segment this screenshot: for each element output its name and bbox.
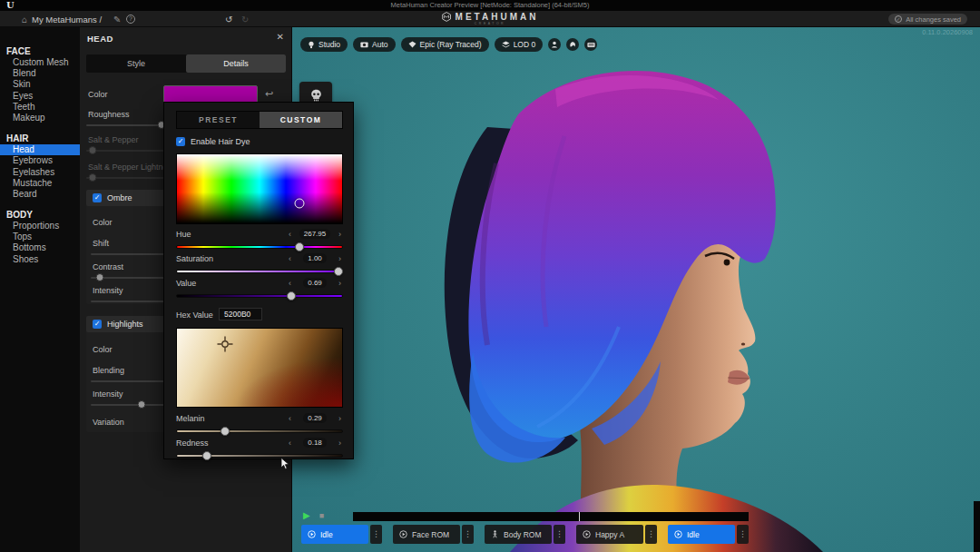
contrast-slider-handle[interactable] bbox=[96, 273, 104, 281]
sidebar-item-teeth[interactable]: Teeth bbox=[0, 102, 80, 113]
metahuman-logo-subtext: CREATOR bbox=[475, 22, 505, 25]
tab-style[interactable]: Style bbox=[86, 54, 186, 73]
sidebar-item-makeup[interactable]: Makeup bbox=[0, 113, 80, 123]
increment-icon[interactable]: › bbox=[338, 230, 341, 239]
sidebar-item-head[interactable]: Head bbox=[0, 144, 80, 155]
decrement-icon[interactable]: ‹ bbox=[289, 254, 291, 263]
melanin-spectrum[interactable] bbox=[176, 328, 343, 408]
melanin-slider[interactable] bbox=[176, 429, 343, 433]
help-button[interactable]: ? bbox=[126, 13, 135, 25]
sidebar-item-shoes[interactable]: Shoes bbox=[0, 254, 80, 265]
sidebar-item-proportions[interactable]: Proportions bbox=[0, 221, 80, 232]
value-value[interactable]: 0.69 bbox=[303, 278, 327, 288]
intensity-label: Intensity bbox=[93, 286, 123, 295]
sidebar-item-eyes[interactable]: Eyes bbox=[0, 91, 80, 102]
highlights-color-label: Color bbox=[93, 345, 113, 354]
hue-saturation-spectrum[interactable] bbox=[176, 153, 343, 224]
roughness-label: Roughness bbox=[88, 110, 130, 119]
increment-icon[interactable]: › bbox=[338, 254, 341, 263]
increment-icon[interactable]: › bbox=[338, 414, 341, 423]
clip-happy-a[interactable]: Happy A bbox=[576, 525, 643, 544]
clip-idle-1[interactable]: Idle bbox=[301, 525, 368, 544]
play-circle-icon bbox=[583, 530, 591, 538]
clip-menu-button[interactable]: ⋮ bbox=[370, 525, 382, 544]
tab-custom[interactable]: CUSTOM bbox=[260, 112, 342, 128]
lighting-studio-chip[interactable]: Studio bbox=[300, 37, 348, 52]
rename-button[interactable]: ✎ bbox=[113, 13, 121, 25]
clip-menu-button[interactable]: ⋮ bbox=[462, 525, 474, 544]
sidebar-item-skin[interactable]: Skin bbox=[0, 79, 80, 90]
enable-hair-dye-checkbox[interactable]: ✓ bbox=[176, 137, 185, 146]
lod-chip[interactable]: LOD 0 bbox=[495, 37, 544, 52]
tab-preset[interactable]: PRESET bbox=[177, 112, 260, 128]
shift-label: Shift bbox=[93, 239, 109, 248]
color-label: Color bbox=[88, 90, 108, 99]
sidebar-item-beard[interactable]: Beard bbox=[0, 189, 80, 200]
increment-icon[interactable]: › bbox=[338, 279, 341, 288]
clip-face-rom[interactable]: Face ROM bbox=[393, 525, 460, 544]
save-status-label: All changes saved bbox=[906, 15, 961, 24]
sidebar-item-bottoms[interactable]: Bottoms bbox=[0, 242, 80, 253]
value-slider[interactable] bbox=[176, 294, 343, 298]
hue-slider-handle[interactable] bbox=[295, 242, 304, 251]
panel-header: HEAD ✕ bbox=[80, 27, 291, 51]
saturation-label: Saturation bbox=[176, 254, 213, 263]
increment-icon[interactable]: › bbox=[338, 439, 341, 448]
tab-details[interactable]: Details bbox=[186, 54, 286, 73]
hair-icon bbox=[569, 41, 576, 48]
clip-menu-button[interactable]: ⋮ bbox=[645, 525, 657, 544]
sidebar-item-mustache[interactable]: Mustache bbox=[0, 178, 80, 189]
sidebar-item-eyebrows[interactable]: Eyebrows bbox=[0, 155, 80, 166]
sidebar-item-custom-mesh[interactable]: Custom Mesh bbox=[0, 57, 80, 68]
spectrum-selector[interactable] bbox=[294, 198, 304, 208]
preview-mesh-button[interactable] bbox=[548, 38, 561, 51]
clip-body-rom[interactable]: Body ROM bbox=[485, 525, 552, 544]
redness-value[interactable]: 0.18 bbox=[303, 438, 327, 448]
close-icon[interactable]: ✕ bbox=[277, 32, 284, 42]
redness-slider-handle[interactable] bbox=[202, 451, 211, 460]
hue-slider[interactable] bbox=[176, 245, 343, 249]
decrement-icon[interactable]: ‹ bbox=[289, 439, 291, 448]
hue-label: Hue bbox=[176, 230, 191, 239]
sidebar-section-hair: HAIR Head Eyebrows Eyelashes Mustache Be… bbox=[0, 133, 80, 200]
ombre-checkbox[interactable]: ✓ bbox=[93, 193, 102, 202]
decrement-icon[interactable]: ‹ bbox=[289, 414, 291, 423]
groom-preview-button[interactable] bbox=[566, 38, 579, 51]
camera-auto-chip[interactable]: Auto bbox=[353, 37, 396, 52]
sidebar-item-eyelashes[interactable]: Eyelashes bbox=[0, 167, 80, 178]
breadcrumb[interactable]: ⌂ My MetaHumans / bbox=[22, 13, 102, 25]
melanin-value[interactable]: 0.29 bbox=[303, 413, 327, 423]
timeline-scrubbar[interactable] bbox=[353, 512, 749, 521]
decrement-icon[interactable]: ‹ bbox=[289, 230, 291, 239]
highlights-checkbox[interactable]: ✓ bbox=[93, 320, 102, 329]
redness-slider[interactable] bbox=[176, 454, 343, 458]
melanin-crosshair[interactable] bbox=[217, 336, 233, 352]
clip-menu-button[interactable]: ⋮ bbox=[737, 525, 749, 544]
reset-color-icon[interactable]: ↩ bbox=[265, 88, 273, 100]
saturation-slider-handle[interactable] bbox=[334, 267, 343, 276]
saturation-value[interactable]: 1.00 bbox=[303, 253, 327, 263]
enable-hair-dye-row[interactable]: ✓ Enable Hair Dye bbox=[176, 137, 250, 146]
value-slider-handle[interactable] bbox=[287, 291, 296, 301]
melanin-slider-handle[interactable] bbox=[220, 427, 230, 436]
quality-chip[interactable]: Epic (Ray Traced) bbox=[401, 37, 489, 52]
metahuman-hex-icon bbox=[442, 12, 452, 22]
decrement-icon[interactable]: ‹ bbox=[289, 279, 291, 288]
contrast-label: Contrast bbox=[93, 262, 123, 271]
saturation-slider[interactable] bbox=[176, 270, 343, 273]
highlights-intensity-slider-handle[interactable] bbox=[138, 400, 146, 409]
clip-idle-2[interactable]: Idle bbox=[668, 525, 735, 544]
sidebar-item-tops[interactable]: Tops bbox=[0, 232, 80, 242]
playhead[interactable] bbox=[579, 512, 580, 521]
hex-value-input[interactable]: 5200B0 bbox=[219, 308, 262, 320]
undo-button[interactable]: ↺ bbox=[225, 13, 232, 25]
hue-value[interactable]: 267.95 bbox=[299, 229, 330, 239]
redo-button[interactable]: ↻ bbox=[241, 13, 249, 25]
clip-menu-button[interactable]: ⋮ bbox=[554, 525, 565, 544]
keyboard-shortcuts-button[interactable] bbox=[584, 38, 597, 51]
bust-icon bbox=[551, 41, 558, 48]
stop-button[interactable]: ■ bbox=[319, 510, 324, 521]
play-button[interactable]: ▶ bbox=[303, 510, 310, 521]
sidebar-item-blend[interactable]: Blend bbox=[0, 68, 80, 79]
3d-viewport[interactable]: 0.11.0.20260908 bbox=[292, 27, 980, 552]
